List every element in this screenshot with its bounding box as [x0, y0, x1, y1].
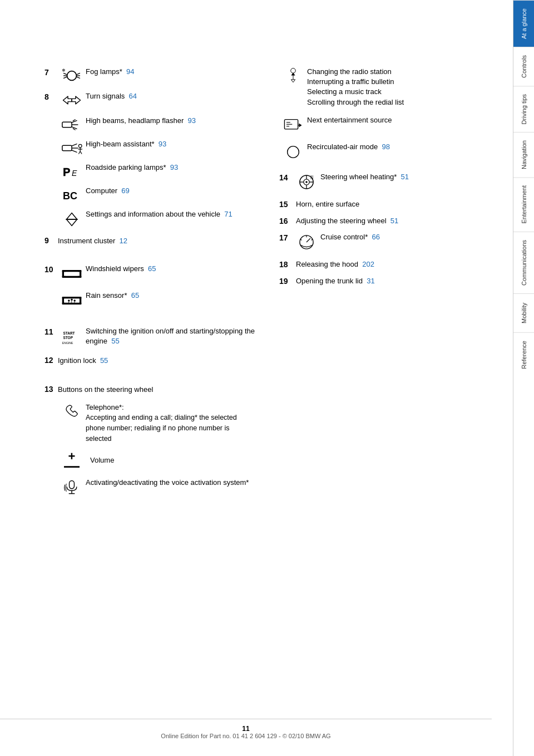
- tab-communications[interactable]: Communications: [513, 232, 534, 293]
- item-17-number: 17: [279, 232, 293, 242]
- svg-marker-29: [67, 213, 77, 219]
- voice-activation-icon: [58, 478, 86, 497]
- svg-marker-55: [291, 73, 295, 76]
- svg-rect-42: [80, 297, 81, 305]
- svg-line-4: [76, 73, 80, 75]
- svg-marker-30: [67, 219, 77, 225]
- rain-sensor-icon: [58, 291, 86, 310]
- svg-line-15: [73, 129, 76, 130]
- item-19-number: 19: [279, 276, 296, 286]
- svg-rect-34: [62, 270, 82, 272]
- svg-text:|||: |||: [310, 175, 314, 179]
- recirculated-air-icon: [279, 142, 307, 161]
- tab-driving-tips[interactable]: Driving tips: [513, 86, 534, 132]
- computer-label: Computer 69: [86, 186, 257, 196]
- fog-lamps-icon: ❄: [58, 67, 86, 84]
- item-14-label: Steering wheel heating* 51: [320, 172, 491, 182]
- tab-controls[interactable]: Controls: [513, 47, 534, 86]
- high-beam-assistant-icon: [58, 139, 86, 156]
- item-13-number: 13: [44, 384, 58, 394]
- svg-text:BC: BC: [63, 190, 77, 202]
- svg-rect-37: [80, 270, 81, 278]
- tab-navigation[interactable]: Navigation: [513, 132, 534, 177]
- item-7-label: Fog lamps* 94: [86, 67, 257, 77]
- settings-info-icon: [58, 209, 86, 228]
- start-stop-icon: START STOP ENGINE: [58, 326, 86, 345]
- item-11-label: Switching the ignition on/off and starti…: [86, 326, 257, 346]
- steering-wheel-heating-icon: |||: [293, 172, 320, 191]
- item-18-number: 18: [279, 259, 296, 269]
- svg-marker-62: [299, 123, 301, 127]
- item-19-label: Opening the trunk lid 31: [296, 276, 375, 285]
- high-beams-icon: [58, 116, 86, 132]
- cruise-control-icon: [293, 232, 320, 251]
- parking-lamps-icon: P P E: [58, 163, 86, 179]
- voice-activation-label: Activating/deactivating the voice activa…: [86, 478, 257, 488]
- radio-station-labels: Changing the radio station Interrupting …: [307, 67, 491, 107]
- item-12-label: Ignition lock 55: [58, 355, 257, 366]
- volume-label: Volume: [90, 456, 114, 464]
- item-14-number: 14: [279, 172, 293, 182]
- telephone-icon: [58, 402, 86, 421]
- svg-rect-38: [64, 272, 80, 276]
- footer-text: Online Edition for Part no. 01 41 2 604 …: [161, 733, 330, 739]
- svg-text:P: P: [63, 166, 70, 178]
- svg-line-3: [63, 77, 67, 78]
- item-9-number: 9: [44, 235, 58, 245]
- svg-line-19: [72, 150, 77, 153]
- item-13-label: Buttons on the steering wheel: [58, 384, 257, 395]
- svg-rect-16: [62, 145, 72, 151]
- svg-marker-8: [63, 96, 72, 104]
- svg-rect-39: [62, 297, 82, 298]
- turn-signals-icon: [58, 91, 86, 108]
- svg-line-14: [73, 120, 76, 121]
- item-16-number: 16: [279, 215, 296, 225]
- svg-point-0: [67, 71, 77, 81]
- item-9-label: Instrument cluster 12: [58, 235, 257, 246]
- svg-point-71: [305, 181, 307, 183]
- svg-rect-10: [62, 122, 72, 127]
- footer: 11 Online Edition for Part no. 01 41 2 6…: [0, 719, 492, 739]
- item-16-label: Adjusting the steering wheel 51: [296, 215, 398, 225]
- item-10-label: Windshield wipers 65: [86, 264, 257, 274]
- rain-sensor-label: Rain sensor* 65: [86, 291, 257, 301]
- svg-line-1: [63, 73, 67, 75]
- svg-line-24: [80, 151, 82, 154]
- tab-reference[interactable]: Reference: [513, 332, 534, 377]
- svg-line-13: [72, 127, 77, 129]
- item-17-label: Cruise control* 66: [320, 232, 491, 242]
- svg-point-20: [78, 144, 82, 148]
- svg-point-46: [73, 300, 75, 301]
- svg-line-23: [78, 151, 80, 154]
- volume-plus-icon: + —: [58, 449, 86, 471]
- windshield-wipers-icon: [58, 264, 86, 283]
- item-10-number: 10: [44, 264, 58, 274]
- item-8-number: 8: [44, 91, 58, 101]
- settings-info-label: Settings and information about the vehic…: [86, 209, 257, 219]
- svg-text:STOP: STOP: [63, 336, 73, 340]
- item-7-number: 7: [44, 67, 58, 77]
- item-18-label: Releasing the hood 202: [296, 259, 374, 268]
- svg-point-53: [291, 68, 296, 73]
- high-beam-assistant-label: High-beam assistant* 93: [86, 139, 257, 149]
- svg-line-74: [306, 238, 310, 242]
- svg-text:ENGINE: ENGINE: [62, 341, 73, 345]
- svg-marker-9: [72, 96, 81, 104]
- svg-text:❄: ❄: [62, 68, 66, 73]
- entertainment-source-label: Next entertainment source: [307, 115, 491, 125]
- parking-lamps-label: Roadside parking lamps* 93: [86, 163, 257, 173]
- item-15-label: Horn, entire surface: [296, 199, 359, 208]
- tab-at-a-glance[interactable]: At a glance: [513, 0, 534, 47]
- svg-line-17: [72, 144, 77, 146]
- svg-rect-50: [70, 481, 75, 489]
- tab-mobility[interactable]: Mobility: [513, 293, 534, 332]
- svg-point-64: [288, 146, 299, 158]
- item-15-number: 15: [279, 199, 296, 209]
- svg-rect-36: [62, 270, 64, 278]
- tab-entertainment[interactable]: Entertainment: [513, 177, 534, 231]
- item-8-label: Turn signals 64: [86, 91, 257, 101]
- svg-point-44: [68, 300, 70, 301]
- svg-line-6: [76, 77, 80, 78]
- svg-rect-41: [62, 297, 64, 305]
- page-number: 11: [242, 725, 249, 733]
